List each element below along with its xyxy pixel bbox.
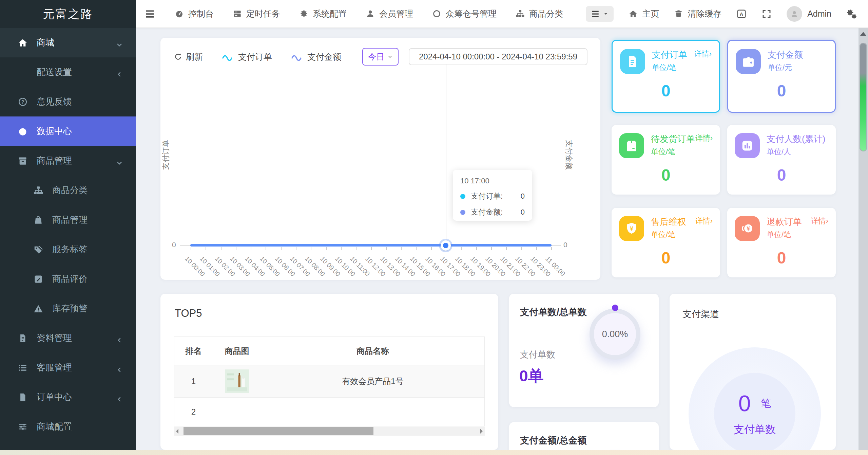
nav-clear-cache-label: 清除缓存: [688, 8, 721, 19]
stat-detail-link[interactable]: 详情›: [695, 216, 713, 226]
tooltip-series-value: 0: [521, 192, 525, 201]
topnav-item-label: 定时任务: [246, 8, 280, 19]
stat-detail-link[interactable]: 详情›: [694, 49, 712, 59]
topnav-item-label: 控制台: [188, 8, 214, 19]
sidebar-item[interactable]: 商品管理: [0, 146, 136, 176]
x-tick-mark: [401, 247, 402, 250]
app-logo: 元富之路: [0, 0, 136, 28]
sidebar-item[interactable]: 客服管理: [0, 353, 136, 382]
home-icon: [629, 9, 638, 18]
x-tick-mark: [311, 247, 311, 250]
menu-list-icon: [591, 10, 600, 18]
top-menu: 控制台定时任务系统配置会员管理众筹仓号管理商品分类: [175, 8, 563, 19]
stat-title: 售后维权: [651, 216, 686, 228]
topnav-item[interactable]: 商品分类: [516, 8, 563, 19]
sidebar-item[interactable]: 商城: [0, 28, 136, 57]
y-axis-label-left: 支付订单: [161, 140, 171, 170]
topnav-item-label: 商品分类: [529, 8, 563, 19]
gauge-percent: 0.00%: [602, 329, 628, 340]
x-tick-mark: [281, 247, 282, 250]
vertical-scrollbar-thumb[interactable]: [860, 43, 867, 151]
sidebar-item[interactable]: 库存预警: [0, 294, 136, 323]
stat-card: 退款订单 详情› 单位/笔 0: [727, 208, 836, 277]
bottom-scroll-strip[interactable]: [0, 450, 868, 455]
sidebar-item[interactable]: 订单中心: [0, 382, 136, 412]
sidebar-item-label: 意见反馈: [37, 96, 72, 108]
sidebar-toggle-button[interactable]: [145, 9, 155, 19]
y-axis-label-right: 支付金额: [564, 140, 574, 170]
scrollbar-thumb[interactable]: [184, 427, 373, 435]
tooltip-row: 支付金额:0: [460, 207, 525, 217]
trash-icon: [674, 9, 683, 18]
nav-clear-cache[interactable]: 清除缓存: [674, 8, 721, 19]
settings-gears-icon: [846, 9, 857, 20]
sidebar-item-label: 商品分类: [52, 184, 88, 196]
channel-value: 0: [738, 390, 751, 416]
table-horizontal-scrollbar[interactable]: [174, 427, 485, 436]
rank-cell: 1: [174, 365, 213, 398]
stat-unit: 单位/笔: [651, 230, 713, 240]
top-navbar: 控制台定时任务系统配置会员管理众筹仓号管理商品分类 主页 清除缓存 Admin: [136, 0, 868, 28]
translate-button[interactable]: [736, 9, 747, 19]
y-axis-tick-right: 0: [563, 241, 567, 249]
sidebar-item[interactable]: 商城配置: [0, 412, 136, 441]
user-menu[interactable]: Admin: [787, 6, 831, 22]
gauge-progress-dot: [612, 305, 618, 311]
settings-button[interactable]: [846, 9, 856, 19]
stat-detail-link[interactable]: 详情›: [811, 216, 828, 226]
doc2-icon: [620, 49, 645, 74]
gauge-value: 0单: [519, 366, 544, 387]
channel-unit: 笔: [761, 397, 771, 411]
stat-card: 支付人数(累计) 单位/人 0: [727, 125, 836, 195]
sidebar-item[interactable]: 配送设置: [0, 57, 136, 87]
stat-title: 支付订单: [652, 49, 687, 60]
scroll-up-arrow-icon[interactable]: [860, 32, 866, 36]
scroll-left-arrow-icon[interactable]: [176, 429, 178, 434]
sidebar-item-label: 资料管理: [37, 332, 72, 344]
topnav-item[interactable]: 众筹仓号管理: [432, 8, 497, 19]
x-tick-mark: [536, 247, 537, 250]
sidebar-item[interactable]: 意见反馈: [0, 87, 136, 116]
tooltip-series-label: 支付订单:: [471, 191, 503, 201]
sidebar-item[interactable]: 数据中心: [0, 116, 136, 146]
stat-unit: 单位/人: [767, 147, 828, 157]
nav-home[interactable]: 主页: [629, 8, 659, 19]
stat-card: 支付金额 单位/元 0: [727, 40, 836, 113]
topnav-item[interactable]: 会员管理: [366, 8, 413, 19]
stat-title: 支付人数(累计): [767, 133, 825, 145]
sidebar-item[interactable]: 资料管理: [0, 323, 136, 353]
tooltip-title: 10 17:00: [460, 177, 525, 185]
tooltip-row: 支付订单:0: [460, 191, 525, 201]
image-cell: [213, 398, 261, 426]
x-tick-mark: [326, 247, 327, 250]
stat-unit: 单位/元: [768, 62, 827, 73]
sidebar-item-label: 商品管理: [52, 214, 88, 226]
sidebar-item[interactable]: 商品管理: [0, 205, 136, 235]
stat-detail-link[interactable]: 详情›: [695, 133, 713, 143]
vertical-scrollbar[interactable]: [859, 28, 868, 455]
sidebar-item[interactable]: 商品评价: [0, 264, 136, 294]
stat-title: 退款订单: [767, 216, 802, 228]
fullscreen-button[interactable]: [761, 9, 772, 19]
tooltip-series-value: 0: [521, 208, 525, 217]
stat-card: 支付订单 详情› 单位/笔 0: [612, 40, 720, 113]
sidebar-item[interactable]: 服务标签: [0, 235, 136, 264]
nav-menu-dropdown[interactable]: [586, 6, 614, 22]
topnav-item[interactable]: 定时任务: [233, 8, 280, 19]
pay-orders-ratio-card: 支付单数/总单数 支付单数 0单 0.00%: [509, 294, 659, 407]
sidebar-item-label: 商城: [37, 37, 54, 49]
sidebar-item[interactable]: 商品分类: [0, 176, 136, 205]
x-tick-mark: [371, 247, 372, 250]
topnav-item[interactable]: 控制台: [175, 8, 214, 19]
topnav-item[interactable]: 系统配置: [299, 8, 347, 19]
topnav-item-label: 会员管理: [379, 8, 413, 19]
table-row[interactable]: 1 有效会员产品1号: [174, 365, 485, 398]
table-row[interactable]: 2: [174, 398, 485, 426]
sidebar-item-label: 服务标签: [52, 243, 88, 255]
stat-unit: 单位/笔: [652, 62, 712, 73]
x-tick-mark: [386, 247, 387, 250]
scroll-right-arrow-icon[interactable]: [480, 429, 483, 434]
sidebar-item-label: 数据中心: [37, 125, 72, 137]
stat-value: 0: [735, 249, 828, 267]
chevron-left-icon: [116, 69, 123, 76]
